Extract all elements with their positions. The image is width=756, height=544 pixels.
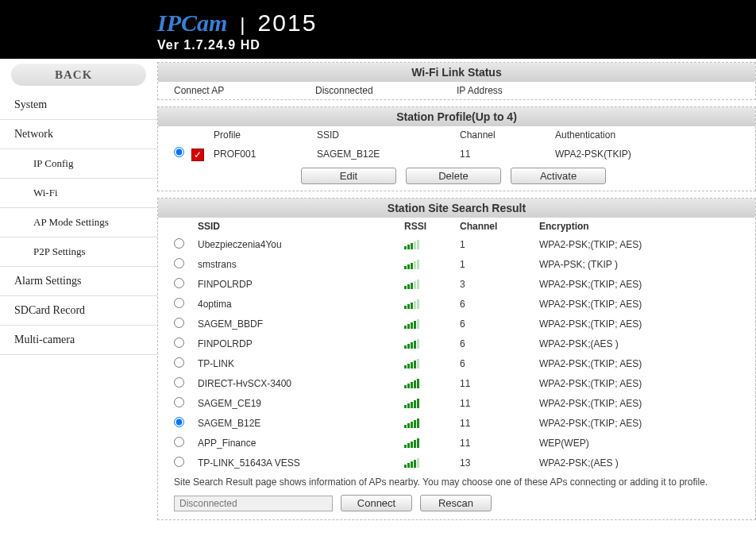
signal-icon — [404, 338, 419, 349]
profile-head-profile: Profile — [214, 129, 317, 141]
nav-network[interactable]: Network — [0, 120, 157, 149]
site-channel: 13 — [460, 453, 539, 473]
profile-radio[interactable] — [174, 147, 184, 157]
site-radio[interactable] — [174, 238, 184, 249]
profile-channel: 11 — [460, 149, 555, 160]
site-encryption: WPA2-PSK;(TKIP; AES) — [539, 314, 739, 334]
profile-head-channel: Channel — [460, 129, 555, 141]
site-encryption: WPA2-PSK;(TKIP; AES) — [539, 414, 739, 434]
site-channel: 11 — [460, 394, 539, 414]
site-channel: 3 — [460, 275, 539, 295]
site-channel: 11 — [460, 434, 539, 453]
signal-icon — [404, 298, 419, 309]
nav-ipconfig[interactable]: IP Config — [0, 149, 157, 179]
connection-status: Disconnected — [174, 496, 333, 511]
profile-ssid: SAGEM_B12E — [317, 149, 460, 160]
profile-head-ssid: SSID — [317, 129, 460, 141]
back-button[interactable]: BACK — [11, 64, 146, 86]
site-ssid: TP-LINK_51643A VESS — [198, 453, 404, 473]
site-ssid: FINPOLRDP — [198, 334, 404, 354]
site-ssid: Ubezpieczenia4You — [198, 235, 404, 255]
site-encryption: WPA2-PSK;(TKIP; AES) — [539, 295, 739, 314]
edit-button[interactable]: Edit — [301, 168, 396, 184]
rescan-button[interactable]: Rescan — [420, 495, 492, 511]
site-radio[interactable] — [174, 258, 184, 268]
profile-name: PROF001 — [214, 149, 317, 160]
search-head-ssid: SSID — [198, 218, 404, 235]
site-channel: 11 — [460, 414, 539, 434]
wifi-link-section: Wi-Fi Link Status Connect AP Disconnecte… — [157, 62, 756, 100]
signal-icon — [404, 457, 419, 468]
site-channel: 6 — [460, 295, 539, 314]
signal-icon — [404, 318, 419, 329]
site-ssid: SAGEM_B12E — [198, 414, 404, 434]
back-label: BACK — [55, 68, 92, 82]
table-row: SAGEM_BBDF6WPA2-PSK;(TKIP; AES) — [174, 314, 739, 334]
site-search-title: Station Site Search Result — [158, 199, 755, 218]
nav-sdcard[interactable]: SDCard Record — [0, 296, 157, 326]
table-row: FINPOLRDP3WPA2-PSK;(TKIP; AES) — [174, 275, 739, 295]
nav-alarm[interactable]: Alarm Settings — [0, 267, 157, 296]
nav-wifi[interactable]: Wi-Fi — [0, 179, 157, 208]
nav-p2p[interactable]: P2P Settings — [0, 237, 157, 267]
brand-logo: IPCam — [157, 10, 227, 37]
site-radio[interactable] — [174, 377, 184, 388]
profile-head-auth: Authentication — [555, 129, 739, 141]
signal-icon — [404, 397, 419, 408]
site-radio[interactable] — [174, 357, 184, 368]
signal-icon — [404, 377, 419, 388]
table-row: SAGEM_CE1911WPA2-PSK;(TKIP; AES) — [174, 394, 739, 414]
site-encryption: WPA-PSK; (TKIP ) — [539, 255, 739, 275]
site-radio[interactable] — [174, 278, 184, 288]
connectap-label: Connect AP — [174, 85, 315, 96]
nav-apmode[interactable]: AP Mode Settings — [0, 208, 157, 237]
site-encryption: WPA2-PSK;(AES ) — [539, 453, 739, 473]
brand-year: 2015 — [258, 10, 318, 37]
connect-button[interactable]: Connect — [341, 495, 412, 511]
search-head-encryption: Encryption — [539, 218, 739, 235]
site-radio[interactable] — [174, 397, 184, 407]
site-channel: 1 — [460, 255, 539, 275]
site-encryption: WPA2-PSK;(TKIP; AES) — [539, 374, 739, 394]
check-icon: ✓ — [191, 149, 204, 161]
signal-icon — [404, 238, 419, 249]
table-row: Ubezpieczenia4You1WPA2-PSK;(TKIP; AES) — [174, 235, 739, 255]
site-channel: 1 — [460, 235, 539, 255]
delete-button[interactable]: Delete — [406, 168, 501, 184]
search-head-rssi: RSSI — [404, 218, 460, 235]
site-ssid: SAGEM_CE19 — [198, 394, 404, 414]
signal-icon — [404, 417, 419, 428]
site-radio[interactable] — [174, 457, 184, 467]
activate-button[interactable]: Activate — [511, 168, 606, 184]
station-profile-title: Station Profile(Up to 4) — [158, 107, 755, 126]
search-hint: Site Search Result page shows informatio… — [158, 473, 755, 492]
site-radio[interactable] — [174, 338, 184, 348]
signal-icon — [404, 357, 419, 368]
profile-auth: WPA2-PSK(TKIP) — [555, 149, 739, 160]
site-encryption: WPA2-PSK;(TKIP; AES) — [539, 394, 739, 414]
signal-icon — [404, 258, 419, 269]
site-ssid: 4optima — [198, 295, 404, 314]
site-radio[interactable] — [174, 298, 184, 308]
signal-icon — [404, 278, 419, 289]
site-encryption: WEP(WEP) — [539, 434, 739, 453]
nav-system[interactable]: System — [0, 91, 157, 120]
sidebar: BACK System Network IP Config Wi-Fi AP M… — [0, 59, 157, 527]
pipe-divider: | — [240, 14, 245, 36]
site-ssid: smstrans — [198, 255, 404, 275]
site-radio[interactable] — [174, 417, 184, 427]
nav-multi[interactable]: Multi-camera — [0, 326, 157, 355]
site-radio[interactable] — [174, 318, 184, 328]
table-row: smstrans1WPA-PSK; (TKIP ) — [174, 255, 739, 275]
table-row: APP_Finance11WEP(WEP) — [174, 434, 739, 453]
connectap-value: Disconnected — [315, 85, 457, 96]
site-ssid: DIRECT-HvSCX-3400 — [198, 374, 404, 394]
table-row: 4optima6WPA2-PSK;(TKIP; AES) — [174, 295, 739, 314]
site-ssid: TP-LINK — [198, 354, 404, 374]
site-channel: 11 — [460, 374, 539, 394]
site-encryption: WPA2-PSK;(TKIP; AES) — [539, 235, 739, 255]
site-channel: 6 — [460, 314, 539, 334]
ipaddress-label: IP Address — [457, 85, 598, 96]
site-radio[interactable] — [174, 437, 184, 447]
table-row: FINPOLRDP6WPA2-PSK;(AES ) — [174, 334, 739, 354]
